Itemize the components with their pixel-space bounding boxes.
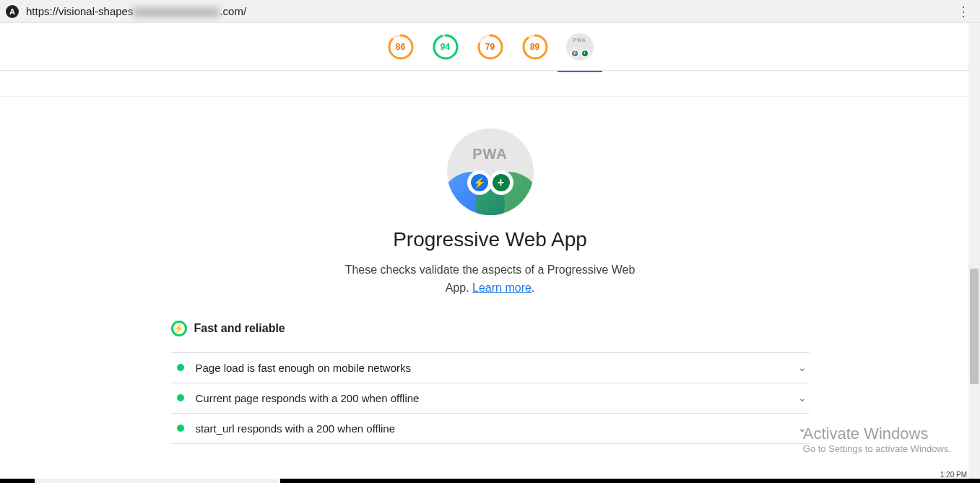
audit-row[interactable]: Current page responds with a 200 when of… (171, 383, 810, 414)
score-gauge[interactable]: 94 (432, 33, 459, 61)
pass-dot-icon (177, 364, 184, 371)
scrollbar-thumb[interactable] (970, 269, 979, 384)
watermark-subtitle: Go to Settings to activate Windows. (803, 443, 951, 454)
taskbar-item[interactable] (35, 479, 280, 483)
pass-dot-icon (177, 394, 184, 401)
divider (0, 71, 980, 97)
audit-group-header: ⚡Fast and reliable (171, 318, 810, 339)
score-value: 94 (432, 33, 459, 61)
bolt-icon: ⚡ (571, 49, 579, 58)
audit-label: start_url responds with a 200 when offli… (196, 422, 798, 435)
score-value: 86 (387, 33, 415, 61)
page-subtitle: These checks validate the aspects of a P… (339, 261, 642, 297)
bolt-icon: ⚡ (467, 170, 492, 195)
score-gauge[interactable]: 79 (477, 33, 504, 61)
lighthouse-score-tabs: 86947989 PWA ⚡ + (0, 23, 980, 71)
audit-group-title: Fast and reliable (194, 322, 285, 335)
pwa-hero: PWA ⚡ + Progressive Web App These checks… (171, 129, 810, 297)
url-redacted (133, 7, 220, 17)
plus-icon: + (581, 49, 589, 58)
windows-activation-watermark: Activate Windows Go to Settings to activ… (803, 425, 951, 454)
url-suffix: .com/ (220, 5, 246, 17)
tab-pwa[interactable]: PWA ⚡ + (566, 33, 594, 61)
chevron-down-icon: ⌄ (798, 362, 807, 373)
scrollbar[interactable] (968, 23, 980, 483)
pwa-badge-text: PWA (447, 146, 534, 162)
score-value: 89 (521, 33, 549, 61)
plus-icon: + (489, 170, 513, 195)
audit-label: Page load is fast enough on mobile netwo… (196, 362, 798, 374)
score-gauge[interactable]: 89 (521, 33, 549, 61)
browser-top-bar: A https://visional-shapes.com/ ⋮ (0, 0, 980, 23)
learn-more-link[interactable]: Learn more (472, 282, 532, 294)
audit-row[interactable]: start_url responds with a 200 when offli… (171, 414, 810, 444)
pass-dot-icon (177, 425, 184, 432)
page-title: Progressive Web App (393, 228, 587, 251)
watermark-title: Activate Windows (803, 425, 951, 443)
bolt-icon: ⚡ (171, 321, 187, 336)
kebab-menu-icon[interactable]: ⋮ (953, 4, 974, 19)
audit-label: Current page responds with a 200 when of… (196, 392, 798, 404)
active-tab-underline (558, 71, 602, 72)
pwa-badge: PWA ⚡ + (447, 129, 534, 215)
score-gauge[interactable]: 86 (387, 33, 415, 61)
url-prefix: https://visional-shapes (26, 5, 133, 17)
site-favicon: A (6, 5, 19, 18)
score-value: 79 (477, 33, 504, 61)
pwa-report-content: PWA ⚡ + Progressive Web App These checks… (171, 97, 810, 483)
address-bar[interactable]: https://visional-shapes.com/ (26, 5, 953, 17)
pwa-icon: PWA (573, 38, 586, 43)
system-clock: 1:20 PM (940, 471, 967, 479)
chevron-down-icon: ⌄ (798, 392, 807, 404)
audit-row[interactable]: Page load is fast enough on mobile netwo… (171, 353, 810, 383)
